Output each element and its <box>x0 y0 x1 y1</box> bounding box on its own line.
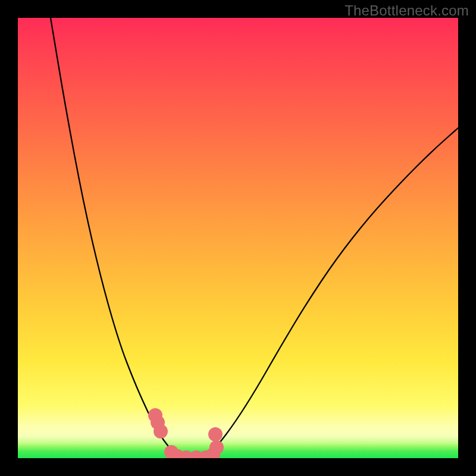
chart-frame: TheBottleneck.com <box>0 0 476 476</box>
chart-svg <box>18 18 458 458</box>
watermark-text: TheBottleneck.com <box>345 2 469 19</box>
marker-point <box>208 427 223 441</box>
left-curve <box>51 18 196 458</box>
plot-area <box>18 18 458 458</box>
marker-points <box>148 408 224 458</box>
right-curve <box>196 128 458 458</box>
marker-point <box>154 424 168 439</box>
marker-point <box>209 440 224 455</box>
